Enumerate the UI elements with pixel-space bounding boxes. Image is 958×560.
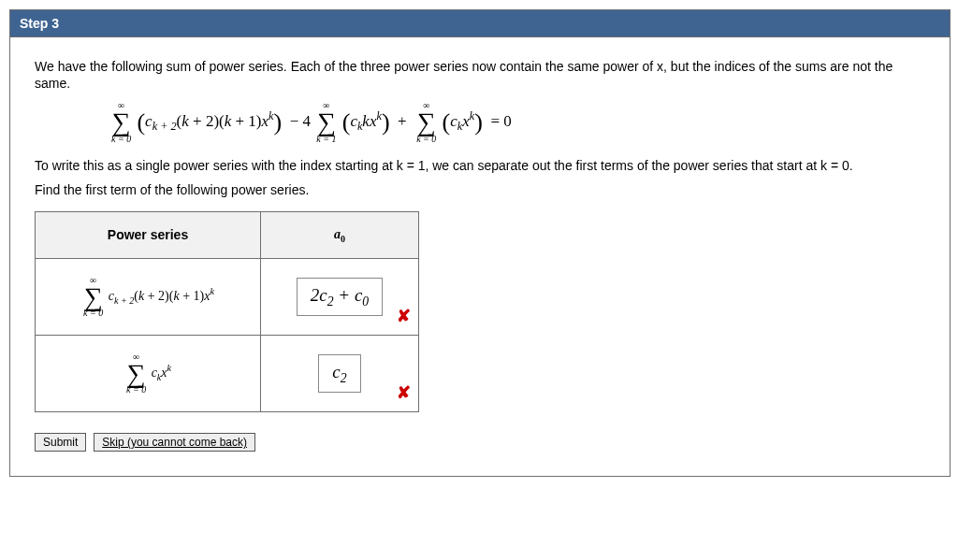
step-header: Step 3 (10, 10, 950, 37)
answer-cell-2: c2 ✘ (261, 336, 419, 412)
table-header-row: Power series a0 (36, 211, 419, 258)
find-text: Find the first term of the following pow… (35, 181, 925, 198)
intro-text: We have the following sum of power serie… (35, 58, 925, 92)
wrong-icon: ✘ (397, 306, 411, 327)
series-cell-2: ∞ ∑ k = 0 ckxk (36, 336, 261, 412)
button-row: Submit Skip (you cannot come back) (35, 433, 925, 452)
header-power-series: Power series (36, 211, 261, 258)
header-a0: a0 (261, 211, 419, 258)
answer-input-2[interactable]: c2 (318, 354, 360, 394)
explain-text: To write this as a single power series w… (35, 157, 925, 174)
step-panel: Step 3 We have the following sum of powe… (9, 9, 951, 477)
submit-button[interactable]: Submit (35, 433, 86, 452)
table-row: ∞ ∑ k = 0 ck + 2(k + 2)(k + 1)xk 2c2 + c… (36, 258, 419, 335)
answer-input-1[interactable]: 2c2 + c0 (297, 278, 383, 317)
power-series-table: Power series a0 ∞ ∑ k = 0 ck + 2(k + 2)(… (35, 211, 419, 412)
wrong-icon: ✘ (397, 382, 411, 404)
answer-cell-1: 2c2 + c0 ✘ (261, 258, 419, 335)
main-equation: ∞ ∑ k = 0 (ck + 2(k + 2)(k + 1)xk) − 4 ∞… (109, 101, 925, 143)
series-cell-1: ∞ ∑ k = 0 ck + 2(k + 2)(k + 1)xk (36, 258, 261, 335)
table-row: ∞ ∑ k = 0 ckxk c2 ✘ (36, 336, 419, 412)
skip-button[interactable]: Skip (you cannot come back) (94, 433, 255, 452)
step-content: We have the following sum of power serie… (10, 37, 950, 476)
